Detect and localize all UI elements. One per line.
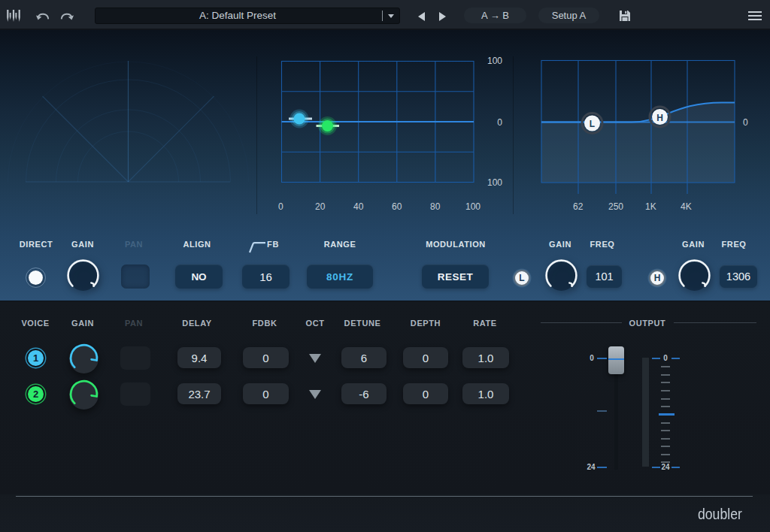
svg-text:L: L bbox=[590, 119, 595, 129]
svg-text:H: H bbox=[656, 113, 663, 123]
